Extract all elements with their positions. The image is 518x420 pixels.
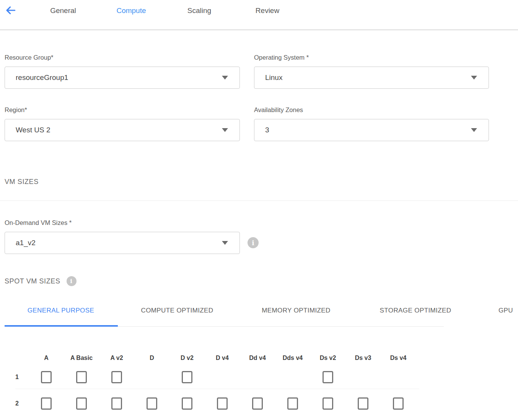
- operating-system-value: Linux: [265, 73, 282, 82]
- chevron-down-icon: [471, 76, 477, 80]
- size-checkbox[interactable]: [182, 397, 192, 410]
- vm-sizes-heading: VM SIZES: [5, 178, 518, 186]
- tab-gpu[interactable]: GPU: [475, 303, 518, 327]
- field-availability-zones: Availability Zones 3: [254, 106, 489, 141]
- availability-zones-value: 3: [265, 126, 269, 134]
- step-review[interactable]: Review: [233, 0, 301, 21]
- on-demand-vm-sizes-value: a1_v2: [16, 239, 36, 247]
- size-checkbox[interactable]: [287, 397, 298, 410]
- wizard-header: General Compute Scaling Review: [0, 0, 518, 30]
- table-header-row: A A Basic A v2 D D v2 D v4 Dd v4 Dds v4 …: [5, 350, 518, 366]
- column-header: Dds v4: [275, 355, 310, 361]
- size-checkbox[interactable]: [147, 397, 157, 410]
- column-header: A Basic: [64, 355, 99, 361]
- chevron-down-icon: [471, 128, 477, 132]
- resource-group-value: resourceGroup1: [16, 73, 68, 82]
- tab-memory-optimized[interactable]: MEMORY OPTIMIZED: [236, 303, 356, 327]
- column-header: Ds v3: [345, 355, 381, 361]
- size-checkbox[interactable]: [323, 397, 333, 410]
- on-demand-row: On-Demand VM Sizes * a1_v2 i: [5, 219, 518, 254]
- availability-zones-label: Availability Zones: [254, 106, 489, 114]
- size-checkbox[interactable]: [41, 397, 52, 410]
- table-row: 1: [5, 366, 518, 389]
- form-grid: Resource Group* resourceGroup1 Operating…: [5, 54, 518, 141]
- size-checkbox[interactable]: [76, 397, 87, 410]
- field-region: Region* West US 2: [5, 106, 240, 141]
- column-header: A v2: [99, 355, 134, 361]
- field-resource-group: Resource Group* resourceGroup1: [5, 54, 240, 89]
- chevron-down-icon: [222, 76, 228, 80]
- back-arrow-icon: [5, 4, 17, 18]
- step-general[interactable]: General: [29, 0, 97, 21]
- column-header: D: [134, 355, 169, 361]
- table-row: 2: [5, 389, 518, 418]
- chevron-down-icon: [222, 128, 228, 132]
- region-label: Region*: [5, 106, 240, 114]
- field-operating-system: Operating System * Linux: [254, 54, 489, 89]
- on-demand-vm-sizes-label: On-Demand VM Sizes *: [5, 219, 240, 226]
- size-checkbox[interactable]: [76, 371, 87, 383]
- column-header: D v4: [205, 355, 240, 361]
- tab-general-purpose[interactable]: GENERAL PURPOSE: [5, 303, 118, 327]
- back-button[interactable]: [4, 4, 18, 18]
- step-scaling[interactable]: Scaling: [165, 0, 233, 21]
- operating-system-label: Operating System *: [254, 54, 489, 61]
- field-on-demand-vm-sizes: On-Demand VM Sizes * a1_v2: [5, 219, 240, 254]
- section-divider: [0, 200, 518, 201]
- resource-group-label: Resource Group*: [5, 54, 240, 61]
- row-number: 1: [5, 374, 29, 381]
- spot-vm-size-table: A A Basic A v2 D D v2 D v4 Dd v4 Dds v4 …: [5, 350, 518, 418]
- column-header: A: [29, 355, 64, 361]
- resource-group-select[interactable]: resourceGroup1: [5, 67, 240, 89]
- chevron-down-icon: [222, 241, 228, 245]
- region-value: West US 2: [16, 126, 50, 134]
- info-icon[interactable]: i: [67, 276, 77, 286]
- column-header: Ds v2: [310, 355, 345, 361]
- size-checkbox[interactable]: [111, 371, 122, 383]
- wizard-steps: General Compute Scaling Review: [29, 0, 518, 21]
- region-select[interactable]: West US 2: [5, 119, 240, 141]
- spot-vm-sizes-heading-row: SPOT VM SIZES i: [5, 276, 518, 286]
- size-checkbox[interactable]: [252, 397, 263, 410]
- spot-vm-sizes-heading: SPOT VM SIZES: [5, 277, 60, 285]
- size-checkbox[interactable]: [393, 397, 404, 410]
- size-checkbox[interactable]: [323, 371, 333, 383]
- tab-compute-optimized[interactable]: COMPUTE OPTIMIZED: [118, 303, 236, 327]
- on-demand-vm-sizes-select[interactable]: a1_v2: [5, 232, 240, 254]
- row-number: 2: [5, 400, 29, 407]
- size-checkbox[interactable]: [182, 371, 192, 383]
- operating-system-select[interactable]: Linux: [254, 67, 489, 89]
- size-checkbox[interactable]: [41, 371, 52, 383]
- column-header: D v2: [169, 355, 205, 361]
- step-compute[interactable]: Compute: [97, 0, 165, 21]
- tab-storage-optimized[interactable]: STORAGE OPTIMIZED: [356, 303, 475, 327]
- size-checkbox[interactable]: [217, 397, 228, 410]
- size-checkbox[interactable]: [358, 397, 368, 410]
- column-header: Ds v4: [381, 355, 416, 361]
- spot-vm-category-tabs: GENERAL PURPOSE COMPUTE OPTIMIZED MEMORY…: [5, 303, 518, 327]
- size-checkbox[interactable]: [111, 397, 122, 410]
- column-header: Dd v4: [240, 355, 275, 361]
- compute-step-content: Resource Group* resourceGroup1 Operating…: [0, 54, 518, 418]
- availability-zones-select[interactable]: 3: [254, 119, 489, 141]
- info-icon[interactable]: i: [248, 237, 259, 248]
